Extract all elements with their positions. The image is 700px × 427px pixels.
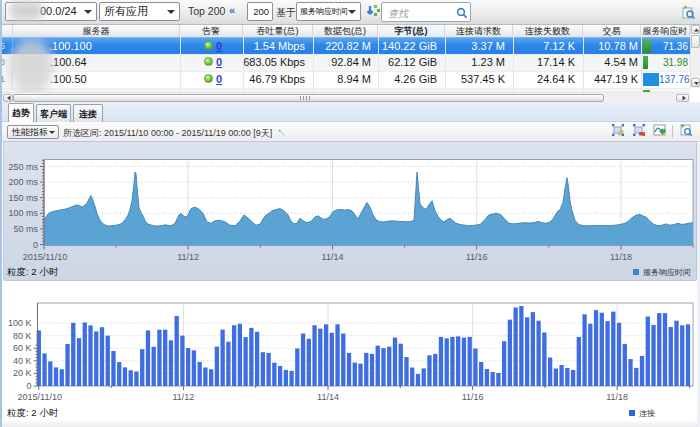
svg-text:11/16: 11/16	[462, 392, 484, 402]
svg-text:0: 0	[26, 381, 31, 391]
svg-text:60 K: 60 K	[13, 343, 32, 353]
svg-text:20 K: 20 K	[13, 368, 32, 378]
svg-text:11/18: 11/18	[606, 392, 628, 402]
svg-text:2015/11/10: 2015/11/10	[18, 392, 62, 402]
svg-text:11/14: 11/14	[317, 392, 339, 402]
svg-text:100 K: 100 K	[8, 318, 32, 328]
svg-text:80 K: 80 K	[13, 331, 32, 341]
svg-text:40 K: 40 K	[13, 356, 32, 366]
svg-text:11/12: 11/12	[172, 392, 194, 402]
